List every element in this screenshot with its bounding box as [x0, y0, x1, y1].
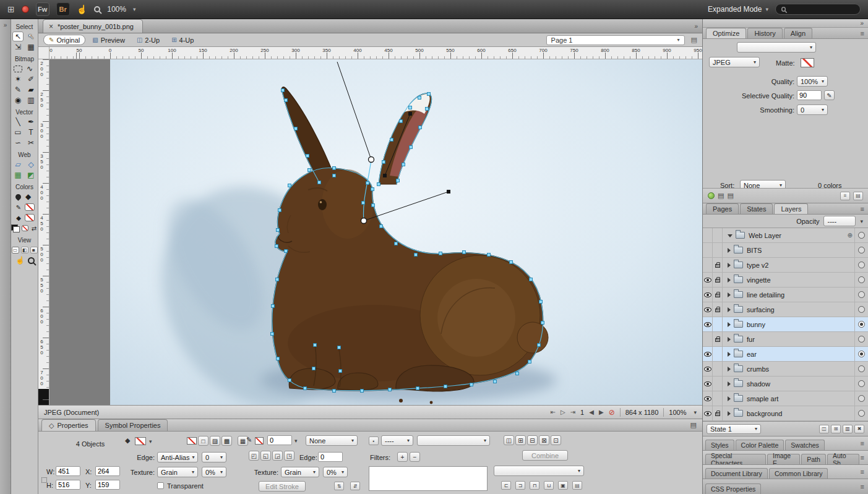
- layer-name[interactable]: background: [747, 410, 854, 417]
- layer-select-circle[interactable]: [858, 395, 865, 402]
- selection-point[interactable]: [362, 202, 365, 205]
- optimize-color-icon[interactable]: [708, 192, 715, 199]
- layer-row-fur[interactable]: fur: [703, 332, 868, 347]
- crop-tool[interactable]: ▦: [25, 42, 37, 52]
- selection-point[interactable]: [419, 126, 422, 129]
- brush-tool[interactable]: ✐: [25, 74, 37, 84]
- selection-point[interactable]: [333, 390, 336, 393]
- layer-row-web-layer[interactable]: Web Layer⊕: [703, 228, 868, 243]
- fill-none-chip[interactable]: [187, 437, 197, 445]
- eyedropper-tool[interactable]: [14, 193, 22, 201]
- layer-name[interactable]: shadow: [747, 380, 854, 388]
- lock-icon[interactable]: [715, 309, 720, 312]
- panel-menu-icon[interactable]: ▤: [690, 421, 697, 429]
- layer-name[interactable]: bunny: [747, 321, 854, 328]
- stroke-well-icon[interactable]: ✎: [246, 436, 252, 444]
- selection-point[interactable]: [494, 380, 497, 383]
- eye-icon[interactable]: [704, 322, 711, 327]
- doc-format-label[interactable]: JPEG (Document): [44, 409, 99, 416]
- line-tool[interactable]: ╲: [12, 117, 24, 127]
- smoothing-combo[interactable]: 0▾: [797, 104, 828, 115]
- panel-menu-icon[interactable]: ≡: [861, 483, 864, 490]
- selection-point[interactable]: [271, 333, 274, 336]
- fill-solid-button[interactable]: □: [198, 436, 208, 446]
- selection-point[interactable]: [281, 89, 285, 92]
- selection-point[interactable]: [416, 387, 419, 390]
- selection-point[interactable]: [333, 167, 336, 170]
- tab-image-e[interactable]: Image E: [767, 454, 800, 464]
- selection-point[interactable]: [382, 161, 385, 164]
- layer-name[interactable]: smaple art: [747, 395, 854, 402]
- layer-row-line-detailing[interactable]: line detailing: [703, 287, 868, 302]
- selection-point[interactable]: [402, 163, 405, 166]
- matte-color-chip[interactable]: [801, 58, 814, 67]
- fill-color-swatch[interactable]: [25, 214, 35, 221]
- visibility-cell[interactable]: [703, 317, 713, 331]
- expand-triangle-icon[interactable]: [728, 352, 731, 357]
- stroke-edge-input[interactable]: [318, 452, 343, 462]
- layer-name[interactable]: Web Layer: [749, 232, 848, 239]
- layer-select-circle[interactable]: [858, 336, 865, 343]
- new-layer-button[interactable]: ▥: [843, 425, 853, 433]
- layer-select-circle[interactable]: [858, 247, 865, 253]
- layer-name[interactable]: BITS: [747, 247, 854, 254]
- anchor-point[interactable]: [369, 157, 374, 163]
- send-back-button[interactable]: ⊠: [539, 435, 549, 445]
- panel-menu-icon[interactable]: ≡: [861, 30, 864, 37]
- selection-point[interactable]: [377, 183, 380, 186]
- polygon-hotspot-tool[interactable]: ◇: [25, 160, 37, 169]
- fullscreen-mode-button[interactable]: ■: [30, 247, 38, 253]
- hotspot-tool[interactable]: ▱: [12, 160, 24, 169]
- document-tab[interactable]: × *poster_bunny_001b.png: [43, 19, 143, 33]
- hand-tool[interactable]: ☝: [15, 255, 26, 265]
- lock-icon[interactable]: [715, 279, 720, 283]
- fill-texture-amount-combo[interactable]: 0%▾: [202, 467, 226, 477]
- expand-triangle-icon[interactable]: [728, 292, 731, 297]
- selection-point[interactable]: [397, 179, 400, 182]
- visibility-cell[interactable]: [703, 391, 713, 406]
- tab-properties[interactable]: ◇ Properties: [41, 419, 96, 431]
- selection-point[interactable]: [400, 120, 403, 123]
- view-button-two-up[interactable]: ◫2-Up: [132, 35, 165, 45]
- selection-point[interactable]: [470, 383, 473, 386]
- expand-triangle-icon[interactable]: [728, 278, 731, 283]
- workspace-mode-selector[interactable]: Expanded Mode ▾: [708, 5, 768, 14]
- selection-point[interactable]: [339, 370, 342, 373]
- next-state-button[interactable]: ▶: [599, 409, 604, 415]
- fill-texture-combo[interactable]: Grain▾: [157, 467, 198, 477]
- stroke-option-button-2[interactable]: ⇵: [350, 482, 360, 490]
- stroke-inside-button[interactable]: ◰: [249, 451, 259, 461]
- selection-point[interactable]: [272, 305, 275, 308]
- selective-quality-edit-button[interactable]: ✎: [824, 90, 835, 100]
- selection-point[interactable]: [380, 225, 383, 228]
- blur-tool[interactable]: ◉: [12, 95, 24, 105]
- expand-triangle-icon[interactable]: [728, 322, 731, 327]
- pen-tool[interactable]: ✒: [25, 117, 37, 127]
- stroke-texture-combo[interactable]: Grain▾: [281, 467, 319, 477]
- selection-point[interactable]: [304, 387, 307, 390]
- layer-select-circle[interactable]: [858, 410, 865, 417]
- fill-gradient-button[interactable]: ▨: [210, 436, 220, 446]
- selection-point[interactable]: [361, 390, 364, 393]
- filters-list[interactable]: [369, 466, 488, 491]
- pointer-tool[interactable]: ↖: [12, 32, 24, 41]
- close-icon[interactable]: ×: [49, 22, 53, 31]
- visibility-cell[interactable]: [703, 287, 713, 302]
- handle-point[interactable]: [383, 174, 387, 177]
- tab-color-palette[interactable]: Color Palette: [736, 440, 784, 450]
- selection-point[interactable]: [528, 360, 531, 364]
- canvas-size-label[interactable]: 864 x 1180: [625, 409, 659, 416]
- expand-triangle-icon[interactable]: [728, 337, 731, 342]
- layer-name[interactable]: vingette: [747, 276, 854, 284]
- panel-menu-icon[interactable]: ≡: [861, 468, 864, 475]
- subselection-tool[interactable]: ↖: [25, 32, 37, 41]
- lock-cell[interactable]: [713, 406, 723, 420]
- ungroup-button[interactable]: ⊞: [515, 435, 526, 445]
- selection-point[interactable]: [278, 209, 281, 212]
- stroke-type-combo[interactable]: None▾: [306, 435, 358, 446]
- selection-point[interactable]: [530, 278, 533, 281]
- fill-color-chip[interactable]: [135, 437, 146, 445]
- y-input[interactable]: [95, 480, 120, 490]
- layer-row-bunny[interactable]: bunny: [703, 317, 868, 332]
- height-input[interactable]: [56, 480, 80, 490]
